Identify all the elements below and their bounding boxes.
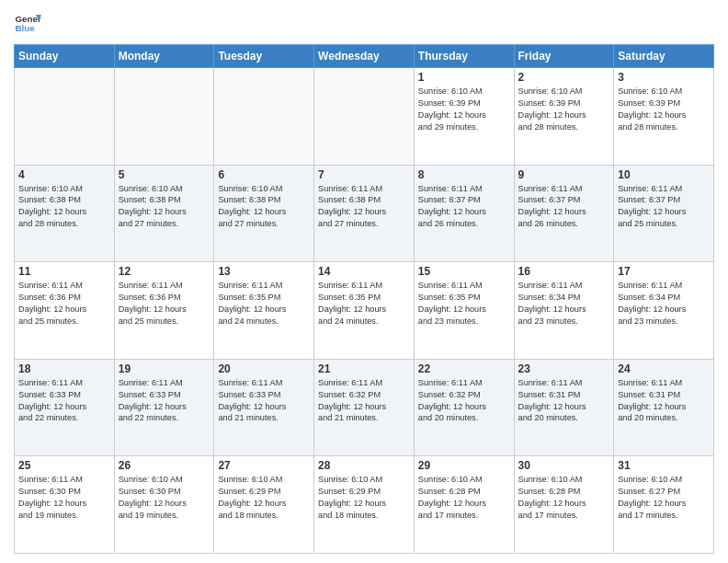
calendar-cell xyxy=(314,68,415,166)
calendar-cell: 10Sunrise: 6:11 AMSunset: 6:37 PMDayligh… xyxy=(614,165,714,262)
day-number: 8 xyxy=(418,168,510,181)
cell-daylight-info: Sunrise: 6:11 AMSunset: 6:34 PMDaylight:… xyxy=(618,280,710,327)
day-number: 20 xyxy=(218,362,310,375)
calendar-cell xyxy=(114,68,214,166)
day-number: 5 xyxy=(119,168,210,181)
calendar-cell: 1Sunrise: 6:10 AMSunset: 6:39 PMDaylight… xyxy=(414,68,514,166)
day-number: 28 xyxy=(318,459,410,472)
day-number: 22 xyxy=(418,362,510,375)
day-number: 3 xyxy=(618,71,710,84)
day-number: 1 xyxy=(418,71,510,84)
weekday-header-monday: Monday xyxy=(114,45,214,68)
calendar-cell: 26Sunrise: 6:10 AMSunset: 6:30 PMDayligh… xyxy=(114,456,214,554)
weekday-header-thursday: Thursday xyxy=(414,45,514,68)
day-number: 7 xyxy=(318,168,410,181)
weekday-header-saturday: Saturday xyxy=(614,45,714,68)
day-number: 14 xyxy=(318,265,410,278)
day-number: 27 xyxy=(218,459,310,472)
day-number: 9 xyxy=(518,168,610,181)
day-number: 12 xyxy=(119,265,210,278)
cell-daylight-info: Sunrise: 6:11 AMSunset: 6:33 PMDaylight:… xyxy=(218,377,310,425)
cell-daylight-info: Sunrise: 6:11 AMSunset: 6:37 PMDaylight:… xyxy=(518,183,610,231)
calendar-week-row: 25Sunrise: 6:11 AMSunset: 6:30 PMDayligh… xyxy=(15,456,714,554)
calendar-cell: 2Sunrise: 6:10 AMSunset: 6:39 PMDaylight… xyxy=(514,68,614,166)
header: General Blue xyxy=(14,9,714,37)
day-number: 4 xyxy=(18,168,110,181)
calendar-cell: 12Sunrise: 6:11 AMSunset: 6:36 PMDayligh… xyxy=(114,262,214,360)
calendar-cell: 4Sunrise: 6:10 AMSunset: 6:38 PMDaylight… xyxy=(15,165,115,262)
weekday-header-friday: Friday xyxy=(514,45,614,68)
day-number: 10 xyxy=(618,168,710,181)
day-number: 24 xyxy=(618,362,710,375)
cell-daylight-info: Sunrise: 6:10 AMSunset: 6:39 PMDaylight:… xyxy=(618,86,710,133)
calendar-week-row: 4Sunrise: 6:10 AMSunset: 6:38 PMDaylight… xyxy=(15,165,714,262)
calendar-cell: 7Sunrise: 6:11 AMSunset: 6:38 PMDaylight… xyxy=(314,165,415,262)
cell-daylight-info: Sunrise: 6:10 AMSunset: 6:28 PMDaylight:… xyxy=(418,474,510,522)
day-number: 6 xyxy=(218,168,310,181)
calendar-cell: 19Sunrise: 6:11 AMSunset: 6:33 PMDayligh… xyxy=(114,359,214,456)
cell-daylight-info: Sunrise: 6:11 AMSunset: 6:38 PMDaylight:… xyxy=(318,183,410,231)
cell-daylight-info: Sunrise: 6:10 AMSunset: 6:28 PMDaylight:… xyxy=(518,474,610,522)
calendar-cell: 14Sunrise: 6:11 AMSunset: 6:35 PMDayligh… xyxy=(314,262,415,360)
cell-daylight-info: Sunrise: 6:11 AMSunset: 6:34 PMDaylight:… xyxy=(518,280,610,327)
day-number: 21 xyxy=(318,362,410,375)
day-number: 15 xyxy=(418,265,510,278)
calendar-cell: 23Sunrise: 6:11 AMSunset: 6:31 PMDayligh… xyxy=(514,359,614,456)
cell-daylight-info: Sunrise: 6:10 AMSunset: 6:30 PMDaylight:… xyxy=(119,474,210,522)
calendar-cell: 29Sunrise: 6:10 AMSunset: 6:28 PMDayligh… xyxy=(414,456,514,554)
cell-daylight-info: Sunrise: 6:11 AMSunset: 6:37 PMDaylight:… xyxy=(618,183,710,231)
day-number: 2 xyxy=(518,71,610,84)
calendar-cell: 16Sunrise: 6:11 AMSunset: 6:34 PMDayligh… xyxy=(514,262,614,360)
calendar-cell: 20Sunrise: 6:11 AMSunset: 6:33 PMDayligh… xyxy=(214,359,314,456)
cell-daylight-info: Sunrise: 6:10 AMSunset: 6:27 PMDaylight:… xyxy=(618,474,710,522)
cell-daylight-info: Sunrise: 6:11 AMSunset: 6:30 PMDaylight:… xyxy=(18,474,110,522)
day-number: 26 xyxy=(119,459,210,472)
calendar-cell: 17Sunrise: 6:11 AMSunset: 6:34 PMDayligh… xyxy=(614,262,714,360)
cell-daylight-info: Sunrise: 6:10 AMSunset: 6:38 PMDaylight:… xyxy=(18,183,110,231)
cell-daylight-info: Sunrise: 6:10 AMSunset: 6:39 PMDaylight:… xyxy=(418,86,510,133)
calendar-cell: 22Sunrise: 6:11 AMSunset: 6:32 PMDayligh… xyxy=(414,359,514,456)
day-number: 17 xyxy=(618,265,710,278)
day-number: 13 xyxy=(218,265,310,278)
weekday-header-wednesday: Wednesday xyxy=(314,45,415,68)
calendar-cell: 3Sunrise: 6:10 AMSunset: 6:39 PMDaylight… xyxy=(614,68,714,166)
weekday-header-tuesday: Tuesday xyxy=(214,45,314,68)
day-number: 11 xyxy=(18,265,110,278)
weekday-header-sunday: Sunday xyxy=(15,45,115,68)
cell-daylight-info: Sunrise: 6:11 AMSunset: 6:33 PMDaylight:… xyxy=(119,377,210,425)
cell-daylight-info: Sunrise: 6:11 AMSunset: 6:36 PMDaylight:… xyxy=(18,280,110,327)
cell-daylight-info: Sunrise: 6:10 AMSunset: 6:38 PMDaylight:… xyxy=(119,183,210,231)
cell-daylight-info: Sunrise: 6:11 AMSunset: 6:35 PMDaylight:… xyxy=(318,280,410,327)
cell-daylight-info: Sunrise: 6:11 AMSunset: 6:35 PMDaylight:… xyxy=(418,280,510,327)
cell-daylight-info: Sunrise: 6:10 AMSunset: 6:38 PMDaylight:… xyxy=(218,183,310,231)
cell-daylight-info: Sunrise: 6:10 AMSunset: 6:29 PMDaylight:… xyxy=(218,474,310,522)
calendar-cell xyxy=(214,68,314,166)
cell-daylight-info: Sunrise: 6:10 AMSunset: 6:39 PMDaylight:… xyxy=(518,86,610,133)
logo: General Blue xyxy=(14,9,41,37)
svg-text:Blue: Blue xyxy=(16,23,36,33)
calendar-cell: 28Sunrise: 6:10 AMSunset: 6:29 PMDayligh… xyxy=(314,456,415,554)
calendar-cell: 18Sunrise: 6:11 AMSunset: 6:33 PMDayligh… xyxy=(15,359,115,456)
cell-daylight-info: Sunrise: 6:11 AMSunset: 6:33 PMDaylight:… xyxy=(18,377,110,425)
calendar-week-row: 1Sunrise: 6:10 AMSunset: 6:39 PMDaylight… xyxy=(15,68,714,166)
calendar-cell: 31Sunrise: 6:10 AMSunset: 6:27 PMDayligh… xyxy=(614,456,714,554)
calendar-cell xyxy=(15,68,115,166)
logo-icon: General Blue xyxy=(14,9,41,37)
cell-daylight-info: Sunrise: 6:11 AMSunset: 6:31 PMDaylight:… xyxy=(518,377,610,425)
calendar-cell: 15Sunrise: 6:11 AMSunset: 6:35 PMDayligh… xyxy=(414,262,514,360)
calendar-cell: 13Sunrise: 6:11 AMSunset: 6:35 PMDayligh… xyxy=(214,262,314,360)
cell-daylight-info: Sunrise: 6:11 AMSunset: 6:32 PMDaylight:… xyxy=(418,377,510,425)
calendar-cell: 24Sunrise: 6:11 AMSunset: 6:31 PMDayligh… xyxy=(614,359,714,456)
calendar-cell: 8Sunrise: 6:11 AMSunset: 6:37 PMDaylight… xyxy=(414,165,514,262)
day-number: 25 xyxy=(18,459,110,472)
cell-daylight-info: Sunrise: 6:11 AMSunset: 6:35 PMDaylight:… xyxy=(218,280,310,327)
calendar-cell: 21Sunrise: 6:11 AMSunset: 6:32 PMDayligh… xyxy=(314,359,415,456)
day-number: 16 xyxy=(518,265,610,278)
day-number: 19 xyxy=(119,362,210,375)
calendar-week-row: 11Sunrise: 6:11 AMSunset: 6:36 PMDayligh… xyxy=(15,262,714,360)
day-number: 30 xyxy=(518,459,610,472)
cell-daylight-info: Sunrise: 6:11 AMSunset: 6:37 PMDaylight:… xyxy=(418,183,510,231)
calendar-table: SundayMondayTuesdayWednesdayThursdayFrid… xyxy=(14,44,714,554)
cell-daylight-info: Sunrise: 6:10 AMSunset: 6:29 PMDaylight:… xyxy=(318,474,410,522)
calendar-cell: 9Sunrise: 6:11 AMSunset: 6:37 PMDaylight… xyxy=(514,165,614,262)
